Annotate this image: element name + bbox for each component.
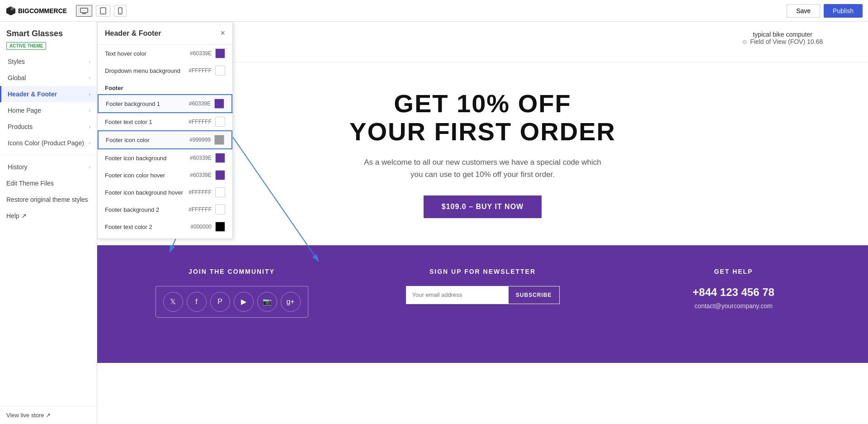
footer-email: contact@yourcompany.com (694, 302, 773, 310)
fov-text: Field of View (FOV) 10.68 (750, 38, 823, 45)
view-live-label: View live store ↗ (6, 412, 51, 419)
color-swatch-footer-icon-hover[interactable] (215, 170, 225, 180)
color-row-footer-text3[interactable]: Footer text color 3 #666666 (98, 235, 232, 239)
sidebar-footer: View live store ↗ (0, 406, 97, 424)
color-swatch-footer-text2[interactable] (215, 222, 225, 232)
sidebar: Smart Glasses ACTIVE THEME Styles › Glob… (0, 22, 97, 424)
promo-title: GET 10% OFF YOUR FIRST ORDER (349, 90, 616, 145)
color-swatch-text-hover[interactable] (215, 48, 225, 58)
sidebar-item-home-page[interactable]: Home Page › (0, 102, 97, 119)
sidebar-item-label-home-page: Home Page (8, 107, 41, 114)
color-label-footer-icon-hover: Footer icon color hover (105, 172, 165, 179)
sidebar-item-restore[interactable]: Restore original theme styles (0, 191, 97, 208)
color-row-footer-icon-bg[interactable]: Footer icon background #60339E (98, 149, 232, 167)
youtube-icon[interactable]: ▶ (234, 292, 254, 312)
footer-col-help: GET HELP +844 123 456 78 contact@yourcom… (617, 268, 850, 340)
newsletter-subscribe-button[interactable]: SUBSCRIBE (508, 286, 560, 304)
save-button[interactable]: Save (787, 4, 820, 18)
footer-phone: +844 123 456 78 (693, 286, 774, 299)
google-plus-icon[interactable]: g+ (281, 292, 301, 312)
publish-button[interactable]: Publish (824, 4, 863, 18)
sidebar-item-edit-theme[interactable]: Edit Theme Files (0, 175, 97, 191)
footer-section-title: Footer (98, 79, 232, 94)
footer-community-title: JOIN THE COMMUNITY (189, 268, 275, 275)
chevron-right-icon: › (89, 108, 90, 113)
chevron-right-icon: › (89, 124, 90, 129)
color-label-footer-bg1: Footer background 1 (106, 100, 160, 107)
color-swatch-footer-icon-bg-hover[interactable] (215, 187, 225, 197)
chevron-right-icon: › (89, 59, 90, 64)
facebook-icon[interactable]: f (187, 292, 207, 312)
color-row-footer-text2[interactable]: Footer text color 2 #000000 (98, 218, 232, 235)
color-swatch-footer-bg2[interactable] (215, 205, 225, 214)
color-swatch-footer-icon-bg[interactable] (215, 153, 225, 163)
sidebar-item-history[interactable]: History › (0, 159, 97, 175)
panel-header: Header & Footer × (98, 22, 232, 45)
color-row-footer-text1[interactable]: Footer text color 1 #FFFFFF (98, 113, 232, 130)
chevron-right-icon: › (89, 141, 90, 146)
sidebar-item-icons-color[interactable]: Icons Color (Product Page) › (0, 135, 97, 151)
color-row-footer-icon-bg-hover[interactable]: Footer icon background hover #FFFFFF (98, 184, 232, 201)
sidebar-item-label-global: Global (8, 74, 26, 81)
color-label-footer-icon-bg: Footer icon background (105, 155, 167, 162)
sidebar-item-label-icons-color: Icons Color (Product Page) (8, 139, 84, 147)
color-label-dropdown-bg: Dropdown menu background (105, 67, 180, 74)
color-row-footer-bg1[interactable]: Footer background 1 #60339E (98, 94, 232, 113)
promo-buy-button[interactable]: $109.0 – BUY IT NOW (424, 195, 542, 218)
sidebar-item-header-footer[interactable]: Header & Footer › (0, 86, 97, 102)
color-label-footer-bg2: Footer background 2 (105, 206, 159, 213)
sidebar-item-global[interactable]: Global › (0, 70, 97, 86)
color-row-text-hover[interactable]: Text hover color #60339E (98, 45, 232, 62)
color-row-footer-bg2[interactable]: Footer background 2 #FFFFFF (98, 201, 232, 218)
color-swatch-footer-icon-color[interactable] (214, 135, 224, 145)
sidebar-item-products[interactable]: Products › (0, 119, 97, 135)
view-live-store-link[interactable]: View live store ↗ (6, 412, 90, 419)
tablet-device-btn[interactable] (96, 5, 110, 17)
topbar-left: BIGCOMMERCE (5, 5, 127, 17)
color-swatch-footer-bg1[interactable] (214, 99, 224, 109)
promo-subtitle: As a welcome to all our new customers we… (361, 156, 605, 181)
header-footer-panel: Header & Footer × Text hover color #6033… (97, 22, 233, 239)
color-swatch-footer-text1[interactable] (215, 117, 225, 127)
theme-name: Smart Glasses (6, 29, 90, 38)
panel-close-button[interactable]: × (220, 29, 225, 38)
svg-point-6 (103, 13, 104, 14)
sidebar-item-label-styles: Styles (8, 58, 25, 65)
topbar: BIGCOMMERCE Save Publish (0, 0, 868, 22)
sidebar-item-styles[interactable]: Styles › (0, 53, 97, 70)
sidebar-item-help[interactable]: Help ↗ (0, 208, 97, 224)
color-label-footer-icon-bg-hover: Footer icon background hover (105, 189, 183, 196)
site-footer: JOIN THE COMMUNITY 𝕏 f P ▶ 📷 g+ SIGN UP … (97, 245, 868, 363)
color-label-footer-text2: Footer text color 2 (105, 224, 152, 230)
sidebar-nav: Styles › Global › Header & Footer › Home… (0, 53, 97, 406)
instagram-icon[interactable]: 📷 (257, 292, 277, 312)
sidebar-divider (0, 155, 97, 155)
desktop-device-btn[interactable] (76, 5, 92, 17)
pinterest-icon[interactable]: P (210, 292, 230, 312)
svg-rect-2 (80, 8, 88, 13)
footer-help-title: GET HELP (714, 268, 753, 275)
color-row-footer-icon-color[interactable]: Footer icon color #999999 (98, 130, 232, 149)
sidebar-header: Smart Glasses ACTIVE THEME (0, 22, 97, 53)
sidebar-item-label-header-footer: Header & Footer (8, 91, 57, 98)
chevron-right-icon: › (89, 165, 90, 170)
footer-newsletter-title: SIGN UP FOR NEWSLETTER (429, 268, 536, 275)
color-value-text-hover: #60339E (190, 48, 225, 58)
color-swatch-dropdown-bg[interactable] (215, 66, 225, 76)
color-value-dropdown-bg: #FFFFFF (189, 66, 225, 76)
chevron-right-icon: › (89, 92, 90, 97)
color-row-footer-icon-hover[interactable]: Footer icon color hover #60339E (98, 167, 232, 184)
color-label-text-hover: Text hover color (105, 50, 146, 57)
twitter-icon[interactable]: 𝕏 (163, 292, 183, 312)
newsletter-email-input[interactable] (406, 286, 508, 304)
fov-label: ⊙ Field of View (FOV) 10.68 (742, 38, 823, 45)
color-label-footer-text1: Footer text color 1 (105, 119, 152, 125)
bike-computer-label: typical bike computer (742, 31, 823, 38)
mobile-device-btn[interactable] (114, 5, 127, 17)
sidebar-item-label-products: Products (8, 123, 33, 130)
color-row-dropdown-bg[interactable]: Dropdown menu background #FFFFFF (98, 62, 232, 79)
logo: BIGCOMMERCE (5, 5, 67, 16)
footer-col-community: JOIN THE COMMUNITY 𝕏 f P ▶ 📷 g+ (115, 268, 348, 340)
logo-text: BIGCOMMERCE (18, 7, 67, 14)
promo-title-line1: GET 10% OFF (349, 90, 616, 118)
